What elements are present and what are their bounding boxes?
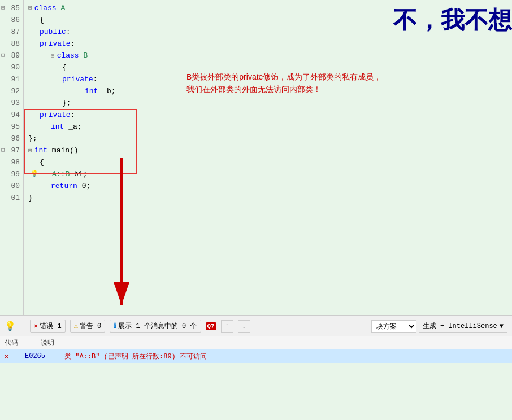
line-numbers: 85 86 87 88 89 90 91 92 93 94 95 96 97 9… bbox=[0, 0, 24, 316]
error-table-header: 代码 说明 bbox=[0, 336, 512, 349]
warn-count-label: 警告 0 bbox=[80, 321, 101, 331]
solution-selector[interactable]: 块方案 bbox=[371, 320, 416, 333]
error-badge[interactable]: ✕ 错误 1 bbox=[30, 320, 66, 333]
line-num-91: 91 bbox=[0, 73, 23, 85]
code-line-88: private: bbox=[28, 38, 512, 50]
separator-1 bbox=[23, 321, 23, 332]
line-num-101: 01 bbox=[0, 192, 23, 204]
code-content: ⊟class A { public: private: ⊟class B { bbox=[24, 0, 512, 316]
code-line-95: int _a; bbox=[28, 121, 512, 133]
info-label: 展示 1 个消息中的 0 个 bbox=[118, 321, 197, 331]
line-num-100: 00 bbox=[0, 180, 23, 192]
build-label: 生成 + IntelliSense bbox=[423, 321, 497, 331]
code-line-94: private: bbox=[28, 109, 512, 121]
warn-badge[interactable]: ⚠ 警告 0 bbox=[70, 320, 106, 333]
q7-label: Q7 bbox=[207, 323, 215, 330]
line-num-88: 88 bbox=[0, 38, 23, 50]
q7-badge[interactable]: Q7 bbox=[206, 322, 216, 330]
build-button[interactable]: 生成 + IntelliSense ▼ bbox=[419, 320, 507, 333]
line-num-86: 86 bbox=[0, 14, 23, 26]
line-num-99: 99 bbox=[0, 168, 23, 180]
warn-triangle-icon: ⚠ bbox=[74, 322, 78, 330]
line-num-92: 92 bbox=[0, 85, 23, 97]
code-line-100: return 0; bbox=[28, 180, 512, 192]
line-num-90: 90 bbox=[0, 62, 23, 73]
code-line-93: }; bbox=[28, 97, 512, 109]
line-num-95: 95 bbox=[0, 121, 23, 133]
line-num-94: 94 bbox=[0, 109, 23, 121]
row-error-code: E0265 bbox=[25, 352, 53, 360]
code-line-97: ⊟int main() bbox=[28, 145, 512, 156]
line-num-97: 97 bbox=[0, 145, 23, 156]
code-line-96: }; bbox=[28, 133, 512, 145]
line-num-96: 96 bbox=[0, 133, 23, 145]
error-nav-bar: 💡 ✕ 错误 1 ⚠ 警告 0 ℹ 展示 1 个消息中的 0 个 Q7 ↑ ↓ … bbox=[0, 316, 512, 336]
col-desc-header: 说明 bbox=[41, 338, 54, 348]
line-num-93: 93 bbox=[0, 97, 23, 109]
info-circle-icon: ℹ bbox=[114, 322, 116, 330]
row-error-icon: ✕ bbox=[5, 352, 14, 361]
big-text-overlay: 不，我不想 bbox=[393, 5, 512, 36]
error-count-label: 错误 1 bbox=[40, 321, 61, 331]
nav-down-button[interactable]: ↓ bbox=[238, 320, 250, 333]
code-line-98: { bbox=[28, 156, 512, 168]
nav-up-button[interactable]: ↑ bbox=[221, 320, 233, 333]
red-arrow bbox=[105, 158, 150, 316]
code-line-101: } bbox=[28, 192, 512, 204]
annotation-text: B类被外部类的private修饰，成为了外部类的私有成员， 我们在外部类的外面无… bbox=[186, 71, 381, 96]
line-num-85: 85 bbox=[0, 2, 23, 14]
lightbulb-icon: 💡 bbox=[5, 321, 16, 332]
info-badge[interactable]: ℹ 展示 1 个消息中的 0 个 bbox=[110, 320, 201, 333]
code-editor: 不，我不想 85 86 87 88 89 90 91 92 93 94 95 9… bbox=[0, 0, 512, 316]
row-error-message: 类 "A::B" (已声明 所在行数:89) 不可访问 bbox=[64, 352, 507, 361]
code-line-99: 💡 A::B b1; bbox=[28, 168, 512, 180]
line-num-87: 87 bbox=[0, 26, 23, 38]
line-num-98: 98 bbox=[0, 156, 23, 168]
error-table-row-0[interactable]: ✕ E0265 类 "A::B" (已声明 所在行数:89) 不可访问 bbox=[0, 349, 512, 363]
build-dropdown-icon: ▼ bbox=[500, 322, 504, 330]
error-x-icon: ✕ bbox=[34, 322, 38, 330]
col-code-header: 代码 bbox=[5, 338, 18, 348]
line-num-89: 89 bbox=[0, 50, 23, 62]
code-line-89: ⊟class B bbox=[28, 50, 512, 62]
